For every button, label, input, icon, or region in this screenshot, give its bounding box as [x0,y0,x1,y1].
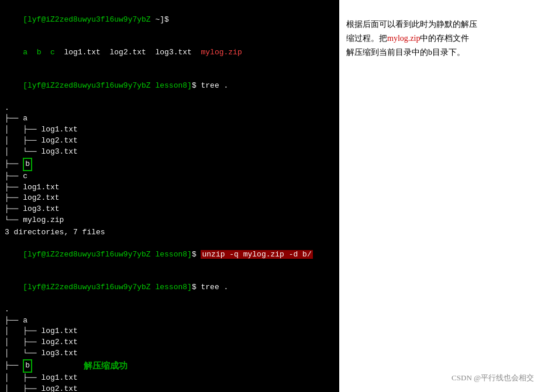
tree2-a-log1: │ ├── log1.txt [5,326,335,337]
success-label-container: 解压缩成功 [84,360,128,372]
terminal-line-top: [lyf@iZ2zed8uwyu3fl6uw9y7ybZ ~]$ [5,4,335,37]
prompt2: [lyf@iZ2zed8uwyu3fl6uw9y7ybZ lesson8] [23,250,192,259]
dollar2: $ [192,250,201,259]
dollar3: $ tree . [192,283,228,292]
tree1-log1: ├── log1.txt [5,182,335,193]
annotation-text: 根据后面可以看到此时为静默的解压 缩过程。把mylog.zip中的存档文件 解压… [346,18,534,59]
tree1-a-log2: │ ├── log2.txt [5,136,335,147]
unzip-cmd-highlight: unzip -q mylog.zip -d b/ [201,250,312,259]
b-dir-box-bottom: b [23,359,32,373]
tree1-c: ├── c [5,171,335,182]
tree1-root: . [5,103,335,114]
tree1-log2: ├── log2.txt [5,193,335,204]
tree2-root: . [5,304,335,315]
tree2-b-log1: │ ├── log1.txt [5,373,78,384]
ls-c: c [50,48,55,57]
annotation-line4: 解压缩到当前目录中的b目录下。 [346,48,465,57]
ls-output: a b c log1.txt log2.txt log3.txt mylog.z… [5,37,335,70]
tree2-a-log2: │ ├── log2.txt [5,337,335,348]
success-label: 解压缩成功 [84,361,128,370]
tree1-a: ├── a [5,113,335,124]
tree2-b-line: ├── b [5,359,78,373]
prompt-tree2: [lyf@iZ2zed8uwyu3fl6uw9y7ybZ lesson8]$ t… [5,271,335,304]
tree1-log3: ├── log3.txt [5,204,335,215]
ls-files: log1.txt log2.txt log3.txt [55,48,201,57]
tree1-a-log3: │ └── log3.txt [5,147,335,158]
annotation-red: mylog.zip [387,34,420,43]
summary1: 3 directories, 7 files [5,227,335,238]
annotation-line1: 根据后面可以看到此时为静默的解压 [346,20,477,29]
annotation-line3: 中的存档文件 [420,34,469,43]
tree1-a-log1: │ ├── log1.txt [5,124,335,136]
prompt3: [lyf@iZ2zed8uwyu3fl6uw9y7ybZ lesson8] [23,283,192,292]
prompt-unzip: [lyf@iZ2zed8uwyu3fl6uw9y7ybZ lesson8]$ u… [5,238,335,272]
csdn-footer: CSDN @平行线也会相交 [346,373,534,383]
prompt-top: [lyf@iZ2zed8uwyu3fl6uw9y7ybZ [23,15,150,24]
tree1-b-line: ├── b [5,158,335,171]
tree2-b-tree: ├── b │ ├── log1.txt │ ├── log2.txt │ └─… [5,359,78,392]
ls-space2 [41,48,50,57]
ls-space1 [27,48,37,57]
tree2-b-section: ├── b │ ├── log1.txt │ ├── log2.txt │ └─… [5,359,335,392]
prompt1: [lyf@iZ2zed8uwyu3fl6uw9y7ybZ lesson8] [23,81,192,90]
truncated: ~]$ [151,15,169,24]
annotation-line2: 缩过程。把 [346,34,387,43]
b-dir-box-top: b [23,158,32,171]
prompt-tree1: [lyf@iZ2zed8uwyu3fl6uw9y7ybZ lesson8]$ t… [5,70,335,103]
annotation-main: 根据后面可以看到此时为静默的解压 缩过程。把mylog.zip中的存档文件 解压… [346,18,534,59]
tree2-b-log2: │ ├── log2.txt [5,384,78,392]
terminal-panel: [lyf@iZ2zed8uwyu3fl6uw9y7ybZ ~]$ a b c l… [0,0,339,392]
ls-zip: mylog.zip [201,48,242,57]
tree2-a-log3: │ └── log3.txt [5,348,335,359]
tree2-a: ├── a [5,315,335,327]
annotation-panel: 根据后面可以看到此时为静默的解压 缩过程。把mylog.zip中的存档文件 解压… [339,0,541,392]
tree1-zip: └── mylog.zip [5,215,335,226]
ls-a: a [23,48,27,57]
dollar1: $ tree . [192,81,228,90]
